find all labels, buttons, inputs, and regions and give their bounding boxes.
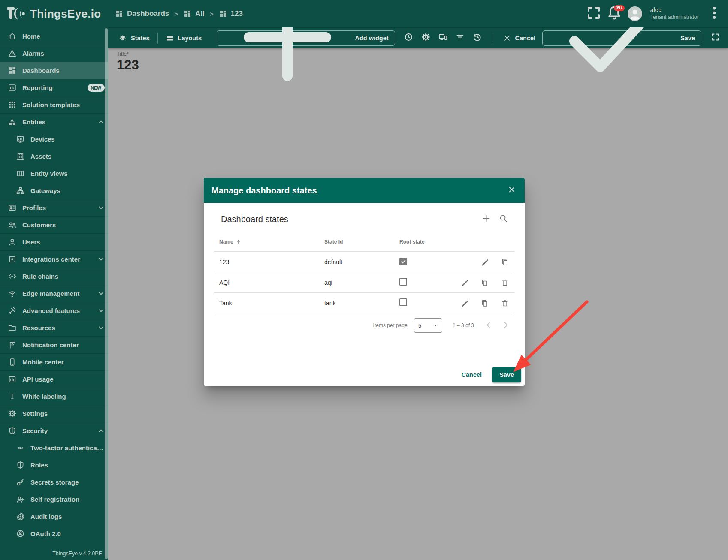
- user-name: alec: [650, 6, 699, 14]
- sidebar-item-audit-logs[interactable]: Audit logs: [0, 508, 108, 525]
- sidebar-item-advanced-features[interactable]: Advanced features: [0, 302, 108, 319]
- previous-page-button[interactable]: [480, 317, 497, 334]
- sidebar-item-label: Alarms: [22, 50, 105, 57]
- sidebar-item-secrets-storage[interactable]: Secrets storage: [0, 473, 108, 491]
- sidebar-item-gateways[interactable]: Gateways: [0, 182, 108, 199]
- chevron-up-icon: [97, 118, 105, 126]
- sidebar-item-profiles[interactable]: Profiles: [0, 199, 108, 216]
- sidebar-item-security[interactable]: Security: [0, 422, 108, 439]
- shield-icon: [8, 426, 17, 435]
- dashboards-icon: [183, 9, 192, 18]
- sidebar-item-label: Roles: [30, 461, 105, 469]
- dashboards-icon: [8, 66, 17, 75]
- duplicate-state-button[interactable]: [496, 253, 514, 271]
- sidebar-item-edge-management[interactable]: Edge management: [0, 285, 108, 302]
- sidebar: HomeAlarmsDashboardsReportingNEWSolution…: [0, 27, 108, 560]
- sidebar-item-notification-center[interactable]: Notification center: [0, 336, 108, 353]
- state-id-cell: default: [319, 259, 394, 265]
- toolbar-fullscreen-button[interactable]: [707, 30, 724, 47]
- add-state-button[interactable]: [477, 211, 495, 228]
- add-widget-button[interactable]: Add widget: [217, 30, 395, 46]
- sidebar-item-alarms[interactable]: Alarms: [0, 45, 108, 62]
- sidebar-item-solution-templates[interactable]: Solution templates: [0, 96, 108, 113]
- breadcrumb-item-all[interactable]: All: [183, 9, 205, 18]
- edit-state-button[interactable]: [476, 253, 493, 271]
- dashboard-settings-button[interactable]: [417, 30, 435, 47]
- sidebar-item-label: Settings: [22, 410, 105, 417]
- state-row-aqi[interactable]: AQIaqi: [214, 272, 514, 293]
- warning-icon: [8, 49, 17, 58]
- sidebar-item-integrations-center[interactable]: Integrations center: [0, 250, 108, 268]
- user-icon: [8, 238, 17, 247]
- state-row-tank[interactable]: Tanktank: [214, 293, 514, 313]
- delete-state-button[interactable]: [496, 274, 514, 291]
- root-state-checkbox[interactable]: [399, 278, 407, 286]
- search-states-button[interactable]: [495, 211, 512, 228]
- sidebar-item-reporting[interactable]: ReportingNEW: [0, 79, 108, 96]
- sidebar-item-roles[interactable]: Roles: [0, 456, 108, 473]
- sidebar-item-users[interactable]: Users: [0, 233, 108, 250]
- sidebar-item-white-labeling[interactable]: White labeling: [0, 388, 108, 405]
- filters-button[interactable]: [452, 30, 469, 47]
- app-logo[interactable]: ThingsEye.io: [0, 6, 108, 22]
- rule-chains-icon: [8, 272, 17, 281]
- sidebar-item-settings[interactable]: Settings: [0, 405, 108, 422]
- sidebar-item-rule-chains[interactable]: Rule chains: [0, 268, 108, 285]
- dialog-save-button[interactable]: Save: [492, 367, 521, 382]
- header-more-menu-button[interactable]: [706, 5, 723, 22]
- save-dashboard-button[interactable]: Save: [542, 30, 701, 46]
- app-version-label: ThingsEye v.4.2.0PE: [52, 551, 102, 557]
- edit-state-button[interactable]: [456, 274, 473, 291]
- next-page-button[interactable]: [497, 317, 514, 334]
- sidebar-item-mobile-center[interactable]: Mobile center: [0, 353, 108, 370]
- sidebar-item-home[interactable]: Home: [0, 27, 108, 45]
- dialog-close-button[interactable]: [502, 181, 521, 200]
- sidebar-item-api-usage[interactable]: API usage: [0, 370, 108, 388]
- user-info[interactable]: alec Tenant administrator: [650, 6, 699, 21]
- duplicate-state-button[interactable]: [476, 274, 493, 291]
- sidebar-item-oauth-2-0[interactable]: OAuth 2.0: [0, 525, 108, 542]
- items-per-page-label: Items per page:: [373, 322, 409, 328]
- page-size-select[interactable]: 5: [414, 318, 442, 333]
- entity-aliases-button[interactable]: [435, 30, 452, 47]
- sidebar-item-dashboards[interactable]: Dashboards: [0, 62, 108, 79]
- dialog-title: Manage dashboard states: [211, 186, 502, 196]
- delete-state-button[interactable]: [496, 295, 514, 312]
- sidebar-item-entity-views[interactable]: Entity views: [0, 165, 108, 182]
- dialog-cancel-button[interactable]: Cancel: [456, 367, 488, 382]
- version-history-button[interactable]: [469, 30, 486, 47]
- sidebar-item-label: Profiles: [22, 204, 92, 211]
- column-header-name[interactable]: Name: [214, 239, 319, 245]
- layouts-button[interactable]: Layouts: [161, 30, 206, 46]
- user-avatar[interactable]: [626, 5, 643, 22]
- state-row-123[interactable]: 123default: [214, 252, 514, 272]
- cancel-edit-button[interactable]: Cancel: [498, 30, 540, 46]
- breadcrumb-item-dashboards[interactable]: Dashboards: [115, 9, 169, 18]
- breadcrumb-item-123[interactable]: 123: [219, 9, 243, 18]
- fullscreen-toggle-button[interactable]: [585, 5, 602, 22]
- sidebar-item-assets[interactable]: Assets: [0, 148, 108, 165]
- edge-icon: [8, 289, 17, 298]
- sidebar-item-two-factor-authentication[interactable]: 2FATwo-factor authentication: [0, 439, 108, 456]
- column-header-root-state[interactable]: Root state: [394, 239, 445, 245]
- api-icon: [8, 375, 17, 384]
- root-state-checkbox[interactable]: [399, 258, 407, 265]
- plus-icon: [481, 214, 491, 225]
- root-state-checkbox[interactable]: [399, 298, 407, 306]
- sidebar-item-self-registration[interactable]: Self registration: [0, 491, 108, 508]
- sidebar-item-resources[interactable]: Resources: [0, 319, 108, 336]
- states-button[interactable]: States: [114, 30, 154, 46]
- cancel-edit-label: Cancel: [515, 35, 536, 42]
- duplicate-state-button[interactable]: [476, 295, 493, 312]
- sidebar-item-label: Customers: [22, 221, 105, 229]
- edit-state-button[interactable]: [456, 295, 473, 312]
- svg-text:2FA: 2FA: [17, 446, 24, 450]
- sidebar-item-devices[interactable]: Devices: [0, 130, 108, 148]
- toolbar-right-actions: Add widget Cancel Save: [217, 30, 724, 47]
- sidebar-item-entities[interactable]: Entities: [0, 113, 108, 130]
- sidebar-item-customers[interactable]: Customers: [0, 216, 108, 233]
- column-header-state-id[interactable]: State Id: [319, 239, 394, 245]
- sidebar-scrollbar[interactable]: [105, 28, 108, 559]
- notifications-button[interactable]: 99+: [606, 5, 623, 22]
- time-window-button[interactable]: [400, 30, 417, 47]
